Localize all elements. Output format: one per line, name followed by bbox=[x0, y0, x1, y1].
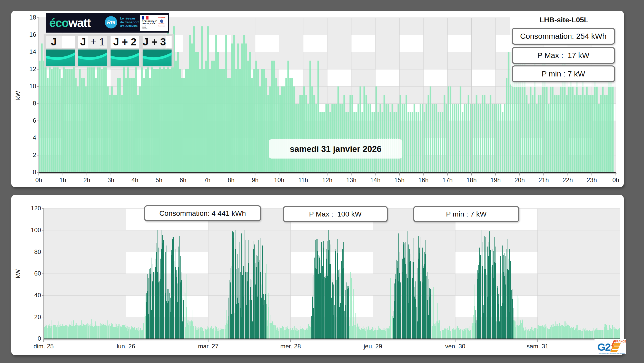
svg-text:4h: 4h bbox=[132, 176, 138, 183]
svg-text:jeu. 29: jeu. 29 bbox=[363, 343, 382, 350]
svg-text:14h: 14h bbox=[370, 176, 380, 183]
svg-text:dim. 25: dim. 25 bbox=[34, 343, 54, 350]
svg-text:8: 8 bbox=[33, 100, 36, 107]
svg-text:12h: 12h bbox=[322, 176, 332, 183]
svg-text:16h: 16h bbox=[418, 176, 429, 183]
svg-text:1h: 1h bbox=[59, 176, 66, 183]
svg-text:100: 100 bbox=[31, 227, 41, 233]
svg-text:2: 2 bbox=[33, 151, 36, 158]
svg-text:10h: 10h bbox=[274, 176, 284, 183]
svg-text:20h: 20h bbox=[514, 176, 525, 183]
svg-text:kW: kW bbox=[14, 91, 21, 100]
svg-text:Optimisation des ressources én: Optimisation des ressources énergétiques bbox=[599, 352, 625, 354]
svg-text:4: 4 bbox=[33, 134, 36, 141]
svg-text:22h: 22h bbox=[562, 176, 573, 183]
svg-text:21h: 21h bbox=[539, 176, 549, 183]
svg-text:0: 0 bbox=[38, 335, 41, 342]
svg-text:2h: 2h bbox=[83, 176, 90, 183]
svg-text:0h: 0h bbox=[35, 176, 42, 183]
svg-text:5h: 5h bbox=[155, 176, 162, 183]
svg-text:40: 40 bbox=[34, 292, 41, 299]
svg-text:8h: 8h bbox=[228, 176, 235, 183]
svg-text:sam. 31: sam. 31 bbox=[527, 343, 548, 350]
svg-text:60: 60 bbox=[34, 270, 41, 277]
svg-text:16: 16 bbox=[29, 31, 36, 38]
svg-text:19h: 19h bbox=[490, 176, 501, 183]
svg-text:120: 120 bbox=[31, 205, 41, 212]
svg-text:18h: 18h bbox=[466, 176, 477, 183]
svg-text:9h: 9h bbox=[252, 176, 259, 183]
svg-text:kW: kW bbox=[14, 269, 21, 278]
svg-text:23h: 23h bbox=[587, 176, 597, 183]
svg-text:7h: 7h bbox=[204, 176, 211, 183]
svg-text:0: 0 bbox=[33, 169, 36, 175]
svg-text:6h: 6h bbox=[180, 176, 186, 183]
svg-text:12: 12 bbox=[29, 65, 36, 72]
svg-text:mar. 27: mar. 27 bbox=[198, 343, 219, 350]
svg-text:14: 14 bbox=[29, 48, 36, 55]
svg-text:13h: 13h bbox=[346, 176, 356, 183]
svg-text:FRANCE: FRANCE bbox=[615, 340, 626, 343]
svg-text:ven. 30: ven. 30 bbox=[445, 343, 465, 350]
svg-text:0h: 0h bbox=[612, 176, 619, 183]
svg-text:lun. 26: lun. 26 bbox=[117, 343, 135, 350]
svg-text:6: 6 bbox=[33, 117, 36, 124]
svg-text:18: 18 bbox=[29, 14, 36, 21]
svg-text:20: 20 bbox=[34, 313, 41, 320]
svg-text:11h: 11h bbox=[298, 176, 308, 183]
svg-text:10: 10 bbox=[29, 83, 36, 90]
svg-text:3h: 3h bbox=[107, 176, 114, 183]
svg-text:17h: 17h bbox=[442, 176, 453, 183]
svg-text:G2: G2 bbox=[597, 341, 611, 353]
svg-text:15h: 15h bbox=[394, 176, 404, 183]
svg-text:80: 80 bbox=[34, 248, 41, 255]
svg-text:mer. 28: mer. 28 bbox=[280, 343, 301, 350]
